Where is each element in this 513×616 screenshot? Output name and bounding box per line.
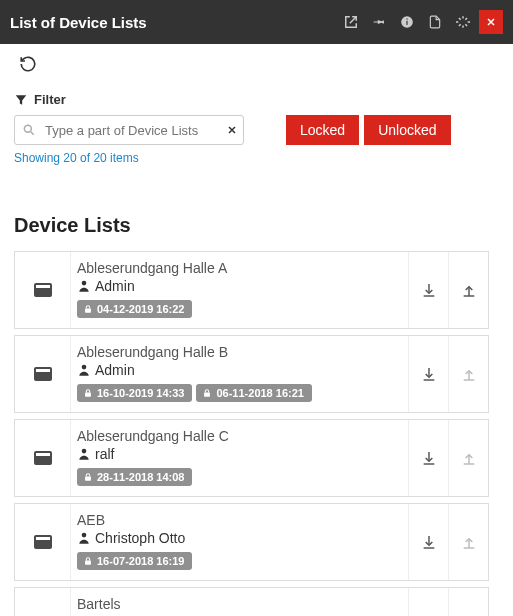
close-button[interactable] bbox=[479, 10, 503, 34]
filter-label: Filter bbox=[14, 92, 499, 107]
list-item-body: AEBChristoph Otto16-07-2018 16:19 bbox=[71, 504, 408, 580]
result-count: Showing 20 of 20 items bbox=[14, 151, 499, 165]
owner-name: ralf bbox=[95, 446, 114, 462]
search-input[interactable] bbox=[14, 115, 244, 145]
svg-rect-1 bbox=[406, 21, 407, 25]
item-name: Ableserundgang Halle C bbox=[77, 428, 398, 444]
owner-name: Admin bbox=[95, 278, 135, 294]
badge-text: 16-07-2018 16:19 bbox=[97, 555, 184, 567]
device-icon bbox=[15, 504, 71, 580]
row-actions bbox=[408, 420, 488, 496]
list-item[interactable]: Bartelsi4Demo01-10-2018 04:4710-08-2018 … bbox=[14, 587, 489, 616]
title-actions bbox=[339, 10, 503, 34]
settings-icon[interactable] bbox=[451, 10, 475, 34]
download-button[interactable] bbox=[408, 252, 448, 328]
svg-point-4 bbox=[82, 281, 87, 286]
list-item[interactable]: Ableserundgang Halle AAdmin04-12-2019 16… bbox=[14, 251, 489, 329]
download-button[interactable] bbox=[408, 420, 448, 496]
item-name: Ableserundgang Halle A bbox=[77, 260, 398, 276]
badges: 16-10-2019 14:3306-11-2018 16:21 bbox=[77, 384, 398, 402]
item-owner: Christoph Otto bbox=[77, 530, 398, 546]
filter-row: Locked Unlocked bbox=[14, 115, 499, 145]
rows-container: Ableserundgang Halle AAdmin04-12-2019 16… bbox=[14, 251, 489, 616]
pdf-icon[interactable] bbox=[423, 10, 447, 34]
lock-badge: 06-11-2018 16:21 bbox=[196, 384, 311, 402]
locked-button[interactable]: Locked bbox=[286, 115, 359, 145]
section-title: Device Lists bbox=[14, 214, 489, 237]
device-icon bbox=[15, 252, 71, 328]
svg-rect-5 bbox=[85, 309, 91, 313]
search-wrap bbox=[14, 115, 244, 145]
badges: 28-11-2018 14:08 bbox=[77, 468, 398, 486]
filter-text: Filter bbox=[34, 92, 66, 107]
popout-icon[interactable] bbox=[339, 10, 363, 34]
list-item-body: Ableserundgang Halle AAdmin04-12-2019 16… bbox=[71, 252, 408, 328]
badge-text: 16-10-2019 14:33 bbox=[97, 387, 184, 399]
svg-point-6 bbox=[82, 365, 87, 370]
device-icon bbox=[15, 336, 71, 412]
badges: 04-12-2019 16:22 bbox=[77, 300, 398, 318]
item-owner: ralf bbox=[77, 446, 398, 462]
list-item[interactable]: Ableserundgang Halle Cralf28-11-2018 14:… bbox=[14, 419, 489, 497]
list-item-body: Ableserundgang Halle BAdmin16-10-2019 14… bbox=[71, 336, 408, 412]
toolbar bbox=[0, 44, 513, 84]
download-button[interactable] bbox=[408, 504, 448, 580]
svg-rect-8 bbox=[205, 393, 211, 397]
refresh-button[interactable] bbox=[14, 50, 42, 78]
unlocked-button[interactable]: Unlocked bbox=[364, 115, 450, 145]
item-owner: Admin bbox=[77, 362, 398, 378]
item-name: AEB bbox=[77, 512, 398, 528]
row-actions bbox=[408, 504, 488, 580]
lock-badge: 28-11-2018 14:08 bbox=[77, 468, 192, 486]
svg-point-9 bbox=[82, 449, 87, 454]
badge-text: 28-11-2018 14:08 bbox=[97, 471, 184, 483]
row-actions bbox=[408, 588, 488, 616]
titlebar: List of Device Lists bbox=[0, 0, 513, 44]
upload-button bbox=[448, 504, 488, 580]
clear-search-button[interactable] bbox=[226, 124, 238, 136]
download-button[interactable] bbox=[408, 336, 448, 412]
svg-point-11 bbox=[82, 533, 87, 538]
owner-name: Admin bbox=[95, 362, 135, 378]
lock-badge: 16-07-2018 16:19 bbox=[77, 552, 192, 570]
list-scroll[interactable]: Device Lists Ableserundgang Halle AAdmin… bbox=[0, 178, 503, 616]
badge-text: 04-12-2019 16:22 bbox=[97, 303, 184, 315]
svg-point-3 bbox=[24, 125, 31, 132]
upload-button bbox=[448, 336, 488, 412]
svg-rect-12 bbox=[85, 561, 91, 565]
list-item[interactable]: AEBChristoph Otto16-07-2018 16:19 bbox=[14, 503, 489, 581]
svg-rect-10 bbox=[85, 477, 91, 481]
row-actions bbox=[408, 336, 488, 412]
device-icon bbox=[15, 420, 71, 496]
list-item-body: Bartelsi4Demo01-10-2018 04:4710-08-2018 … bbox=[71, 588, 408, 616]
list-item[interactable]: Ableserundgang Halle BAdmin16-10-2019 14… bbox=[14, 335, 489, 413]
svg-rect-7 bbox=[85, 393, 91, 397]
page-title: List of Device Lists bbox=[10, 14, 147, 31]
row-actions bbox=[408, 252, 488, 328]
search-icon bbox=[22, 123, 36, 137]
owner-name: Christoph Otto bbox=[95, 530, 185, 546]
info-icon[interactable] bbox=[395, 10, 419, 34]
item-name: Ableserundgang Halle B bbox=[77, 344, 398, 360]
list-item-body: Ableserundgang Halle Cralf28-11-2018 14:… bbox=[71, 420, 408, 496]
filter-area: Filter Locked Unlocked Showing 20 of 20 … bbox=[0, 84, 513, 169]
device-icon bbox=[15, 588, 71, 616]
lock-badge: 04-12-2019 16:22 bbox=[77, 300, 192, 318]
item-owner: Admin bbox=[77, 278, 398, 294]
upload-button[interactable] bbox=[448, 252, 488, 328]
badge-text: 06-11-2018 16:21 bbox=[216, 387, 303, 399]
badges: 16-07-2018 16:19 bbox=[77, 552, 398, 570]
upload-button bbox=[448, 588, 488, 616]
download-button[interactable] bbox=[408, 588, 448, 616]
pin-icon[interactable] bbox=[367, 10, 391, 34]
item-name: Bartels bbox=[77, 596, 398, 612]
filter-icon bbox=[14, 93, 28, 107]
svg-rect-2 bbox=[406, 19, 407, 20]
upload-button bbox=[448, 420, 488, 496]
lock-badge: 16-10-2019 14:33 bbox=[77, 384, 192, 402]
